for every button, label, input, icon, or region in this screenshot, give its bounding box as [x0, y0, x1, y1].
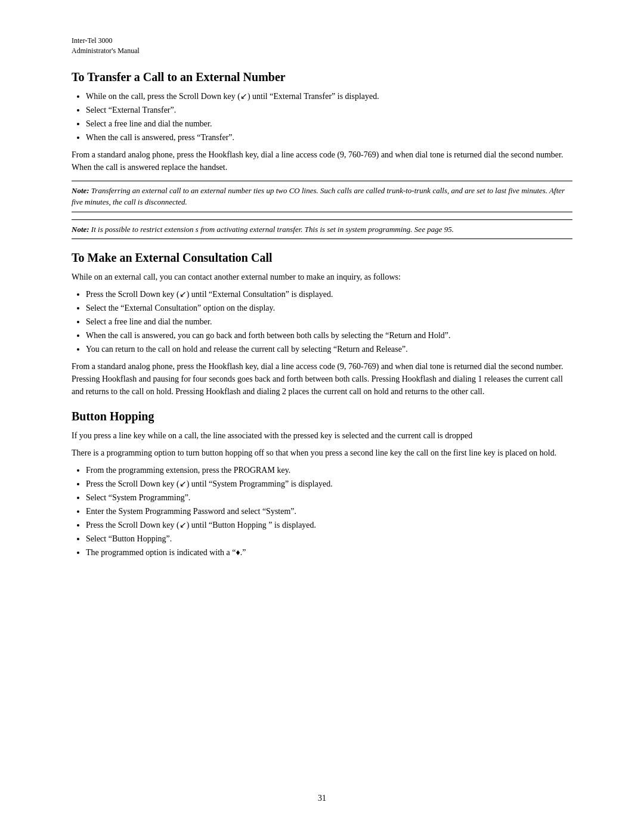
- list-item: While on the call, press the Scroll Down…: [86, 90, 572, 103]
- note-box-2: Note: It is possible to restrict extensi…: [72, 219, 572, 240]
- page-header: Inter-Tel 3000 Administrator's Manual: [72, 36, 572, 56]
- header-line2: Administrator's Manual: [72, 46, 572, 56]
- section-transfer: To Transfer a Call to an External Number…: [72, 70, 572, 240]
- header-line1: Inter-Tel 3000: [72, 36, 572, 46]
- page-number: 31: [318, 794, 326, 803]
- list-item: Select a free line and dial the number.: [86, 117, 572, 130]
- list-item: Press the Scroll Down key (↙) until “But…: [86, 519, 572, 531]
- section-consultation-intro: While on an external call, you can conta…: [72, 271, 572, 283]
- list-item: Enter the System Programming Password an…: [86, 505, 572, 518]
- note-content-2: It is possible to restrict extension s f…: [91, 225, 454, 234]
- note-text-2: Note: It is possible to restrict extensi…: [72, 224, 572, 236]
- section-consultation: To Make an External Consultation Call Wh…: [72, 251, 572, 398]
- section-button-hopping: Button Hopping If you press a line key w…: [72, 410, 572, 559]
- list-item: You can return to the call on hold and r…: [86, 343, 572, 355]
- section-button-hopping-bullets: From the programming extension, press th…: [86, 464, 572, 559]
- section-button-hopping-intro2: There is a programming option to turn bu…: [72, 447, 572, 459]
- list-item: Select a free line and dial the number.: [86, 315, 572, 328]
- section-button-hopping-intro1: If you press a line key while on a call,…: [72, 429, 572, 442]
- list-item: Select the “External Consultation” optio…: [86, 302, 572, 314]
- note-label-2: Note:: [72, 225, 89, 234]
- list-item: Press the Scroll Down key (↙) until “Ext…: [86, 288, 572, 301]
- section-consultation-paragraph: From a standard analog phone, press the …: [72, 360, 572, 398]
- section-consultation-title: To Make an External Consultation Call: [72, 251, 572, 265]
- note-box-1: Note: Transferring an external call to a…: [72, 181, 572, 212]
- section-transfer-title: To Transfer a Call to an External Number: [72, 70, 572, 84]
- list-item: When the call is answered, press “Transf…: [86, 131, 572, 144]
- list-item: When the call is answered, you can go ba…: [86, 329, 572, 342]
- section-transfer-paragraph: From a standard analog phone, press the …: [72, 148, 572, 174]
- list-item: Select “Button Hopping”.: [86, 532, 572, 545]
- page: Inter-Tel 3000 Administrator's Manual To…: [0, 0, 644, 833]
- section-consultation-bullets: Press the Scroll Down key (↙) until “Ext…: [86, 288, 572, 355]
- list-item: Select “System Programming”.: [86, 491, 572, 504]
- section-button-hopping-title: Button Hopping: [72, 410, 572, 423]
- note-label-1: Note:: [72, 186, 89, 195]
- list-item: Select “External Transfer”.: [86, 104, 572, 116]
- note-content-1: Transferring an external call to an exte…: [72, 186, 565, 207]
- list-item: Press the Scroll Down key (↙) until “Sys…: [86, 478, 572, 490]
- note-text-1: Note: Transferring an external call to a…: [72, 185, 572, 208]
- list-item: From the programming extension, press th…: [86, 464, 572, 476]
- section-transfer-bullets: While on the call, press the Scroll Down…: [86, 90, 572, 144]
- list-item: The programmed option is indicated with …: [86, 546, 572, 559]
